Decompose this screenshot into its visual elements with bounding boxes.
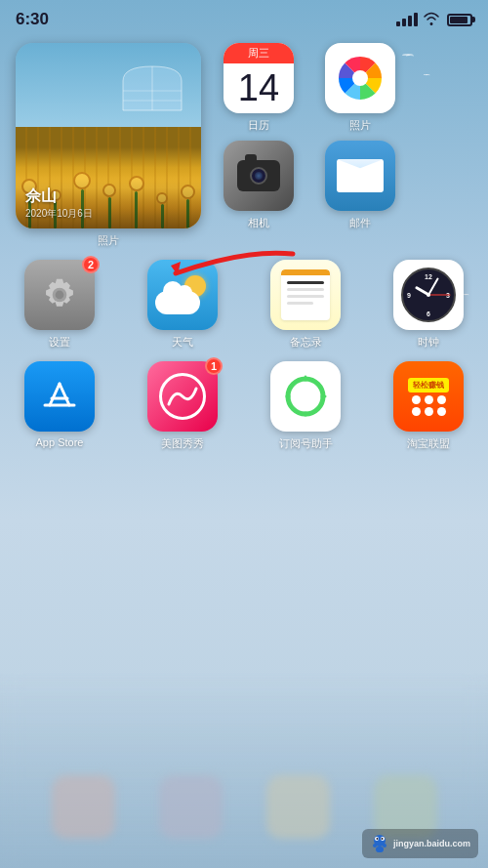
- mail-flap: [337, 159, 384, 176]
- camera-label: 相机: [248, 216, 269, 230]
- meitu-circle: [159, 373, 206, 420]
- photos-widget-label: 照片: [98, 233, 119, 248]
- clock-app-wrap[interactable]: 12 3 6 9 时钟: [385, 260, 472, 350]
- appstore-icon[interactable]: [24, 361, 95, 432]
- taobao-dots-row: [412, 395, 446, 404]
- subscribe-icon[interactable]: [270, 361, 341, 432]
- weather-app-wrap[interactable]: 天气: [139, 260, 226, 350]
- settings-badge: 2: [82, 256, 100, 273]
- clock-icon[interactable]: 12 3 6 9: [393, 260, 464, 330]
- row-1: 佘山 2020年10月6日 照片 周三 14 日历: [16, 43, 472, 248]
- tb-dot-1: [412, 395, 421, 404]
- clock-6: 6: [427, 310, 430, 317]
- photo-overlay: 佘山 2020年10月6日: [16, 179, 201, 228]
- svg-rect-17: [373, 844, 377, 847]
- mail-envelope: [337, 159, 384, 192]
- cal-day: 14: [224, 63, 294, 113]
- clock-12: 12: [425, 273, 432, 280]
- row1-right: 周三 14 日历: [215, 43, 404, 230]
- baidu-watermark: jingyan.baidu.com: [362, 829, 478, 858]
- mail-label: 邮件: [349, 216, 371, 230]
- appstore-app-wrap[interactable]: App Store: [16, 361, 103, 448]
- tb-dot-6: [437, 407, 446, 416]
- weather-icon[interactable]: [147, 260, 218, 330]
- sec-hand: [428, 295, 450, 296]
- svg-rect-16: [376, 847, 384, 852]
- sun-cloud: [155, 275, 210, 314]
- photos-small-label: 照片: [349, 118, 371, 133]
- photos-widget-wrap[interactable]: 佘山 2020年10月6日 照片: [16, 43, 201, 248]
- mail-app-wrap[interactable]: 邮件: [316, 141, 404, 230]
- dock-icon-3: [266, 775, 330, 839]
- settings-app-wrap[interactable]: 2 设置: [16, 260, 103, 350]
- notes-icon[interactable]: [270, 260, 341, 330]
- gear-svg: [38, 273, 81, 316]
- battery-icon: [447, 14, 472, 26]
- baidu-logo-icon: [370, 833, 389, 854]
- tb-dot-3: [437, 395, 446, 404]
- status-icons: [396, 12, 472, 28]
- photos-pinwheel: [331, 49, 389, 107]
- meitu-app-wrap[interactable]: 1 美图秀秀: [139, 361, 226, 451]
- clock-center: [427, 293, 430, 297]
- calendar-icon[interactable]: 周三 14: [224, 43, 294, 113]
- signal-icon: [396, 13, 418, 26]
- row-2: 2 设置 天气 备忘录: [16, 260, 472, 350]
- note-pad: [281, 269, 330, 320]
- svg-point-4: [352, 70, 368, 86]
- notes-label: 备忘录: [290, 335, 322, 350]
- cam-body: [237, 160, 280, 191]
- notes-app-wrap[interactable]: 备忘录: [262, 260, 349, 350]
- subscribe-label: 订阅号助手: [279, 436, 333, 451]
- greenhouse: [118, 62, 186, 124]
- tb-dot-2: [425, 395, 433, 404]
- row-3: App Store 1 美图秀秀: [16, 361, 472, 451]
- svg-rect-18: [383, 844, 386, 847]
- subscribe-svg: [278, 369, 333, 424]
- subscribe-app-wrap[interactable]: 订阅号助手: [262, 361, 349, 451]
- calendar-app-wrap[interactable]: 周三 14 日历: [215, 43, 303, 133]
- mail-icon[interactable]: [325, 141, 395, 211]
- home-screen: 佘山 2020年10月6日 照片 周三 14 日历: [0, 35, 488, 451]
- baidu-badge: jingyan.baidu.com: [362, 829, 478, 858]
- taobao-icon[interactable]: 轻松赚钱: [393, 361, 464, 432]
- tb-dot-5: [425, 407, 433, 416]
- baidu-text: jingyan.baidu.com: [393, 839, 470, 848]
- photos-app-wrap[interactable]: 照片: [316, 43, 404, 133]
- meitu-svg: [167, 385, 198, 408]
- wifi-icon: [424, 12, 439, 28]
- svg-point-15: [381, 838, 383, 840]
- taobao-dots-row-2: [412, 407, 446, 416]
- cam-notch: [245, 154, 257, 160]
- camera-icon[interactable]: [224, 141, 294, 211]
- note-line-3: [287, 295, 324, 298]
- clock-9: 9: [407, 292, 411, 299]
- svg-point-6: [56, 291, 64, 300]
- photo-date: 2020年10月6日: [25, 207, 191, 221]
- cam-lens-inner: [255, 172, 263, 180]
- taobao-tagline: 轻松赚钱: [408, 378, 449, 393]
- row1-right-bottom: 相机 邮件: [215, 141, 404, 230]
- note-line-2: [287, 288, 324, 291]
- svg-point-14: [376, 838, 378, 840]
- weather-label: 天气: [172, 335, 193, 350]
- photos-small-icon[interactable]: [325, 43, 395, 113]
- meitu-label: 美图秀秀: [161, 436, 204, 451]
- tb-dot-4: [412, 407, 421, 416]
- camera-app-wrap[interactable]: 相机: [215, 141, 303, 230]
- note-line-1: [287, 281, 324, 284]
- appstore-svg: [35, 372, 84, 421]
- taobao-content: 轻松赚钱: [393, 361, 464, 432]
- dock-icon-2: [159, 775, 223, 839]
- meitu-badge: 1: [205, 357, 223, 375]
- photo-location: 佘山: [25, 186, 191, 207]
- note-line-4: [287, 302, 313, 305]
- photos-widget[interactable]: 佘山 2020年10月6日: [16, 43, 201, 228]
- cloud: [155, 291, 200, 314]
- row1-right-top: 周三 14 日历: [215, 43, 404, 133]
- status-time: 6:30: [16, 10, 49, 29]
- cal-header: 周三: [224, 43, 294, 63]
- taobao-app-wrap[interactable]: 轻松赚钱 淘宝联盟: [385, 361, 472, 451]
- cam-lens: [250, 167, 267, 185]
- clock-label: 时钟: [418, 335, 439, 350]
